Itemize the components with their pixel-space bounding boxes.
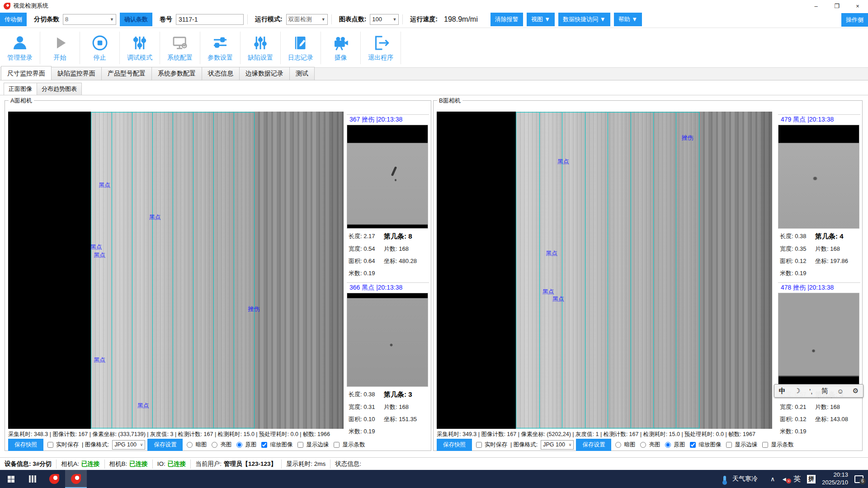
exit-program-button[interactable]: 退出程序 [361, 32, 401, 64]
strip-boundary-box [91, 112, 255, 428]
run-mode-select[interactable]: 双面检测▼ [286, 14, 328, 25]
dark-image-radio[interactable] [187, 442, 193, 448]
image-format-select[interactable]: JPG 100∨ [112, 440, 145, 450]
slit-count-label: 分切条数 [34, 15, 59, 23]
taskbar-app-1[interactable] [43, 470, 65, 488]
speaker-muted-icon[interactable]: ◄ × [781, 476, 787, 483]
original-image-radio[interactable] [665, 442, 671, 448]
chevron-down-icon: ▼ [110, 17, 114, 22]
weather-text[interactable]: 天气寒冷 [732, 475, 758, 483]
quick-data-menu-button[interactable]: 数据快捷访问 ▼ [558, 13, 610, 26]
system-config-button[interactable]: 系统配置 [160, 32, 200, 64]
subtab-front-image[interactable]: 正面图像 [4, 83, 37, 95]
defect-thumbnail [778, 293, 859, 387]
bright-image-radio[interactable] [212, 442, 217, 448]
close-button[interactable]: × [847, 0, 868, 12]
roll-number-input[interactable] [176, 14, 244, 25]
view-menu-button[interactable]: 视图 ▼ [527, 13, 555, 26]
admin-login-button[interactable]: 管理登录 [0, 32, 40, 64]
tab-product-model[interactable]: 产品型号配置 [101, 67, 152, 80]
minimize-button[interactable]: – [806, 0, 826, 12]
sliders-vertical-icon [251, 33, 270, 52]
toolbar-separator [247, 14, 248, 24]
save-snapshot-button[interactable]: 保存快照 [8, 439, 43, 451]
help-menu-button[interactable]: 帮助 ▼ [614, 13, 642, 26]
log-book-icon [291, 33, 310, 52]
windows-logo-icon [8, 476, 14, 483]
confirm-count-button[interactable]: 确认条数 [120, 13, 152, 26]
realtime-save-checkbox[interactable] [47, 442, 53, 448]
camera-a-image[interactable]: 黑点 黑点 黑点 黑点 挫伤 黑点 黑点 [8, 112, 344, 429]
camera-b-image[interactable]: 挫伤 黑点 黑点 黑点 黑点 [437, 112, 772, 429]
save-snapshot-button[interactable]: 保存快照 [437, 439, 472, 451]
save-settings-button[interactable]: 保存设置 [576, 439, 611, 451]
app-window: 视觉检测系统 – ❐ × 传动侧 分切条数 8▼ 确认条数 卷号 运行模式: 双… [0, 0, 868, 488]
drive-side-button[interactable]: 传动侧 [0, 13, 27, 26]
chevron-down-icon: ▼ [392, 17, 396, 22]
start-button[interactable]: 开始 [40, 32, 80, 64]
stop-button[interactable]: 停止 [80, 32, 120, 64]
notification-center-icon[interactable]: 6 [854, 475, 863, 483]
app-icon [49, 474, 59, 484]
show-edge-checkbox[interactable] [726, 442, 732, 448]
realtime-save-checkbox[interactable] [476, 442, 482, 448]
defect-card[interactable]: 478 挫伤 |20:13:38 长度: 0.57第几条: 3 宽度: 0.21… [778, 282, 860, 436]
defect-settings-button[interactable]: 缺陷设置 [241, 32, 281, 64]
chart-points-select[interactable]: 100▼ [370, 14, 399, 25]
camera-record-button[interactable]: 摄像 [321, 32, 361, 64]
ime-emoji-button[interactable]: ☺ [837, 387, 844, 395]
show-count-checkbox[interactable] [334, 442, 340, 448]
ime-moon-icon[interactable]: ☽ [794, 387, 800, 395]
task-view-button[interactable] [22, 470, 43, 488]
ime-punctuation-button[interactable]: ’, [809, 387, 813, 395]
tray-expand-chevron[interactable]: ∧ [770, 475, 775, 483]
debug-mode-button[interactable]: 调试模式 [120, 32, 160, 64]
zoom-image-checkbox[interactable] [690, 442, 696, 448]
start-button[interactable] [0, 470, 22, 488]
ime-mode-button[interactable]: 中 [779, 387, 786, 395]
chevron-down-icon: ∨ [569, 442, 572, 447]
camera-a-controls: 保存快照 实时保存 | 图像格式: JPG 100∨ 保存设置 暗图 亮图 原图… [8, 439, 344, 450]
taskbar-clock[interactable]: 20:13 2025/2/10 [822, 471, 848, 487]
param-settings-button[interactable]: 参数设置 [200, 32, 241, 64]
ime-settings-gear-icon[interactable]: ⚙ [853, 387, 859, 395]
tab-edge-data[interactable]: 边缘数据记录 [239, 67, 290, 80]
defect-card[interactable]: 366 黑点 |20:13:38 长度: 0.38第几条: 3 宽度: 0.31… [347, 282, 429, 436]
show-count-checkbox[interactable] [762, 442, 768, 448]
subtab-trend-chart[interactable]: 分布趋势图表 [37, 83, 82, 95]
defect-card[interactable]: 479 黑点 |20:13:38 长度: 0.38第几条: 4 宽度: 0.35… [778, 114, 860, 277]
ime-simplified-button[interactable]: 简 [821, 387, 828, 395]
slit-count-select[interactable]: 8▼ [63, 14, 116, 25]
speed-label: 运行速度: [410, 15, 438, 23]
tab-status-info[interactable]: 状态信息 [202, 67, 240, 80]
defect-mark: 黑点 [557, 158, 569, 166]
maximize-button[interactable]: ❐ [826, 0, 847, 12]
operate-side-button[interactable]: 操作侧 [841, 13, 868, 27]
image-format-select[interactable]: JPG 100∨ [541, 440, 574, 450]
tab-system-params[interactable]: 系统参数配置 [151, 67, 202, 80]
defect-card[interactable]: 367 挫伤 |20:13:38 长度: 2.17第几条: 8 宽度: 0.54… [347, 114, 429, 277]
defect-stats: 长度: 2.17第几条: 8 宽度: 0.54片数: 168 面积: 0.64坐… [347, 229, 429, 277]
web-right-zone [699, 112, 772, 429]
play-icon [51, 33, 70, 52]
tab-size-monitor[interactable]: 尺寸监控界面 [1, 66, 52, 80]
stop-icon [90, 33, 109, 52]
save-settings-button[interactable]: 保存设置 [147, 439, 183, 451]
original-image-radio[interactable] [236, 442, 242, 448]
dark-image-radio[interactable] [615, 442, 621, 448]
chevron-down-icon: ∨ [140, 442, 143, 447]
log-record-button[interactable]: 日志记录 [281, 32, 321, 64]
pinyin-indicator[interactable]: 拼 [807, 475, 816, 483]
taskbar-app-2-active[interactable] [65, 470, 87, 488]
device-info: 设备信息: 3#分切 [0, 460, 57, 469]
tab-defect-monitor[interactable]: 缺陷监控界面 [51, 67, 102, 80]
app-logo-icon [4, 3, 10, 9]
tab-test[interactable]: 测试 [289, 67, 315, 80]
monitor-gear-icon [170, 33, 189, 52]
clear-alarm-button[interactable]: 清除报警 [491, 13, 523, 26]
bright-image-radio[interactable] [640, 442, 646, 448]
camera-a-defect-cards: 367 挫伤 |20:13:38 长度: 2.17第几条: 8 宽度: 0.54… [347, 112, 429, 448]
show-edge-checkbox[interactable] [297, 442, 303, 448]
language-indicator[interactable]: 英 [793, 474, 801, 484]
zoom-image-checkbox[interactable] [261, 442, 267, 448]
